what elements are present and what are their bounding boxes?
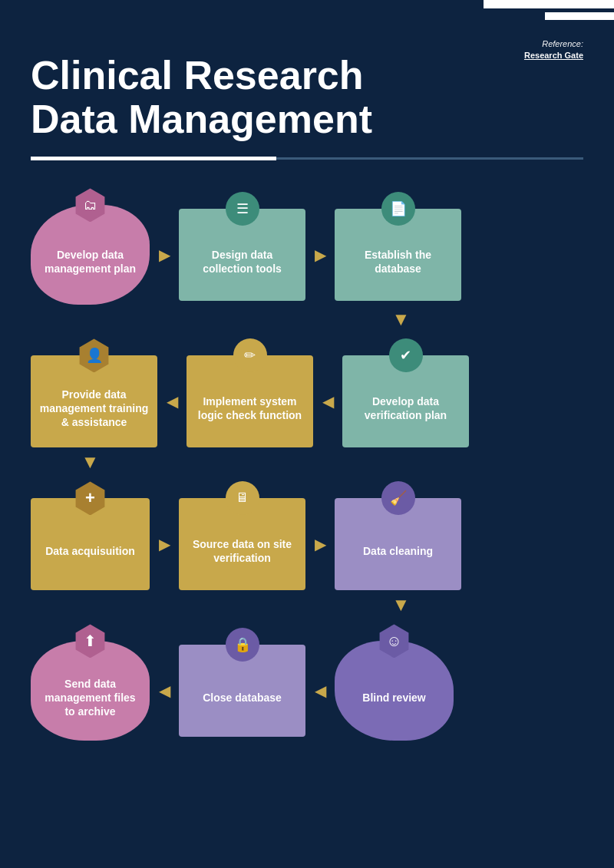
node-6-label: Provide data management training & assis… xyxy=(38,388,150,430)
page-title: Clinical Research Data Management xyxy=(31,54,583,141)
reference-link: Research Gate xyxy=(524,51,583,60)
arrow-11-12: ◀ xyxy=(150,682,179,700)
node-7-icon-wrap: + xyxy=(74,481,107,515)
node-12-hex: ⬆ xyxy=(74,624,107,658)
list-icon: ☰ xyxy=(236,200,249,217)
between-row-2-3: ▼ xyxy=(31,447,583,477)
node-3-icon-wrap: 📄 xyxy=(381,192,415,226)
node-7-wrap: + Data acquisuition xyxy=(31,498,150,590)
node-10-wrap: ☺ Blind review xyxy=(335,641,454,741)
node-11-icon-wrap: 🔒 xyxy=(226,628,259,662)
node-1-hex: 🗂 xyxy=(74,188,107,222)
check-icon: ✔ xyxy=(400,347,411,364)
arrow-9-down: ▼ xyxy=(392,594,411,616)
node-design-tools: ☰ Design data collection tools xyxy=(179,209,305,301)
node-1-label: Develop data management plan xyxy=(38,248,142,276)
node-data-acquisition: + Data acquisuition xyxy=(31,498,150,590)
node-9-label: Data cleaning xyxy=(363,544,433,558)
node-1-icon-wrap: 🗂 xyxy=(74,188,107,222)
upload-icon: ⬆ xyxy=(84,632,97,650)
node-8-wrap: 🖥 Source data on site verification xyxy=(179,498,305,590)
arrow-5-6: ◀ xyxy=(157,392,187,411)
node-provide-training: 👤 Provide data management training & ass… xyxy=(31,355,157,447)
arrow-8-9: ▶ xyxy=(305,535,335,553)
smile-icon: ☺ xyxy=(386,632,401,650)
edit-icon: ✏ xyxy=(244,347,256,364)
node-12-label: Send data management files to archive xyxy=(38,677,142,719)
node-3-label: Establish the database xyxy=(342,248,454,276)
node-develop-plan: 🗂 Develop data management plan xyxy=(31,205,150,305)
arrow-7-8: ▶ xyxy=(150,535,179,553)
node-11-wrap: 🔒 Close database xyxy=(179,645,305,737)
lock-icon: 🔒 xyxy=(234,636,251,653)
arrow-2-3: ▶ xyxy=(305,246,335,264)
reference-block: Reference: Research Gate xyxy=(524,38,583,62)
node-2-icon-wrap: ☰ xyxy=(226,192,259,226)
between-row-3-4: ▼ xyxy=(31,590,583,619)
node-2-wrap: ☰ Design data collection tools xyxy=(179,209,305,301)
node-5-label: Implement system logic check function xyxy=(194,394,305,422)
arrow-10-11: ◀ xyxy=(305,682,335,700)
node-5-wrap: ✏ Implement system logic check function xyxy=(187,355,313,447)
arrow-6-down: ▼ xyxy=(81,451,100,473)
node-6-wrap: 👤 Provide data management training & ass… xyxy=(31,355,157,447)
arrow-3-down: ▼ xyxy=(392,309,411,330)
node-7-hex: + xyxy=(74,481,107,515)
arrow-1-2: ▶ xyxy=(150,246,179,264)
node-10-label: Blind review xyxy=(362,691,425,705)
node-12-wrap: ⬆ Send data management files to archive xyxy=(31,641,150,741)
folder-icon: 🗂 xyxy=(84,197,97,213)
node-5-icon-wrap: ✏ xyxy=(233,338,267,372)
node-6-hex: 👤 xyxy=(78,338,111,372)
document-icon: 📄 xyxy=(390,200,407,217)
node-6-icon-wrap: 👤 xyxy=(78,338,111,372)
node-blind-review: ☺ Blind review xyxy=(335,641,454,741)
node-close-database: 🔒 Close database xyxy=(179,645,305,737)
reference-label: Reference: xyxy=(542,39,583,48)
title-divider xyxy=(0,157,614,160)
node-7-label: Data acquisuition xyxy=(45,544,135,558)
node-8-label: Source data on site verification xyxy=(187,537,298,565)
node-8-icon-wrap: 🖥 xyxy=(226,481,259,515)
node-10-icon-wrap: ☺ xyxy=(378,624,411,658)
node-4-wrap: ✔ Develop data verification plan xyxy=(342,355,469,447)
node-develop-verification: ✔ Develop data verification plan xyxy=(342,355,469,447)
flow-diagram: 🗂 Develop data management plan ▶ ☰ Desig… xyxy=(0,168,614,764)
node-10-hex: ☺ xyxy=(378,624,411,658)
page: Reference: Research Gate Clinical Resear… xyxy=(0,0,614,868)
node-9-wrap: 🧹 Data cleaning xyxy=(335,498,461,590)
monitor-icon: 🖥 xyxy=(236,490,249,506)
node-11-label: Close database xyxy=(203,691,282,705)
node-4-label: Develop data verification plan xyxy=(350,394,461,422)
row-3: + Data acquisuition ▶ 🖥 Source data on s… xyxy=(31,477,583,590)
plus-icon: + xyxy=(85,488,95,508)
row-4: ⬆ Send data management files to archive … xyxy=(31,619,583,741)
between-row-1-2: ▼ xyxy=(31,305,583,334)
node-4-icon-wrap: ✔ xyxy=(389,338,423,372)
row-2: 👤 Provide data management training & ass… xyxy=(31,334,583,447)
node-implement-logic: ✏ Implement system logic check function xyxy=(187,355,313,447)
node-12-icon-wrap: ⬆ xyxy=(74,624,107,658)
node-9-icon-wrap: 🧹 xyxy=(381,481,415,515)
node-establish-db: 📄 Establish the database xyxy=(335,209,461,301)
node-send-archive: ⬆ Send data management files to archive xyxy=(31,641,150,741)
header: Reference: Research Gate Clinical Resear… xyxy=(0,0,614,157)
arrow-4-5: ◀ xyxy=(313,392,342,411)
node-1-wrap: 🗂 Develop data management plan xyxy=(31,205,150,305)
node-2-label: Design data collection tools xyxy=(187,248,298,276)
row-1: 🗂 Develop data management plan ▶ ☰ Desig… xyxy=(31,183,583,305)
person-icon: 👤 xyxy=(86,347,103,364)
broom-icon: 🧹 xyxy=(390,490,407,507)
node-data-cleaning: 🧹 Data cleaning xyxy=(335,498,461,590)
node-source-data: 🖥 Source data on site verification xyxy=(179,498,305,590)
node-3-wrap: 📄 Establish the database xyxy=(335,209,461,301)
